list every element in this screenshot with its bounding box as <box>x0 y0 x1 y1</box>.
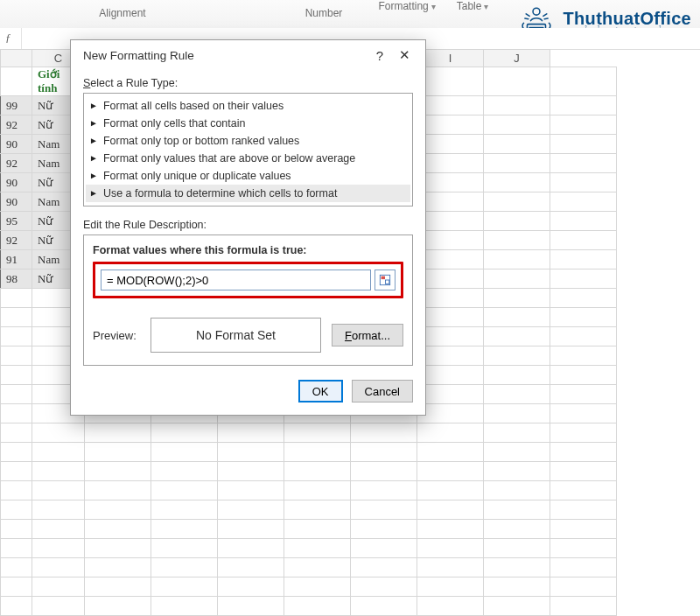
formula-bar-icon: ƒ <box>5 31 18 43</box>
formula-input-highlight <box>93 262 403 298</box>
watermark-brand: ThuthuatOffice <box>564 9 691 28</box>
chevron-down-icon: ▾ <box>429 2 436 11</box>
close-icon[interactable]: ✕ <box>392 47 416 63</box>
range-picker-icon <box>379 274 391 286</box>
table-row[interactable] <box>1 462 617 481</box>
edit-rule-description-label: Edit the Rule Description: <box>83 219 413 231</box>
rule-type-item[interactable]: ►Format only values that are above or be… <box>86 150 410 167</box>
cell[interactable]: 92 <box>1 231 32 250</box>
dialog-titlebar[interactable]: New Formatting Rule ? ✕ <box>71 40 425 70</box>
col-header[interactable]: I <box>417 50 484 67</box>
table-row[interactable] <box>1 481 617 500</box>
cell[interactable]: 95 <box>1 212 32 231</box>
bullet-icon: ► <box>89 136 98 145</box>
table-row[interactable] <box>1 520 617 539</box>
bullet-icon: ► <box>89 189 98 198</box>
select-rule-type-label: Select a Rule Type: <box>83 77 413 89</box>
rule-type-item[interactable]: ►Format only top or bottom ranked values <box>86 132 410 150</box>
bullet-icon: ► <box>89 172 98 180</box>
rule-type-item[interactable]: ►Format only cells that contain <box>86 115 410 132</box>
rule-type-label: Format only top or bottom ranked values <box>103 135 299 147</box>
formula-input[interactable] <box>101 270 371 290</box>
ok-button[interactable]: OK <box>298 380 343 402</box>
cell[interactable]: 90 <box>1 173 32 192</box>
dialog-title: New Formatting Rule <box>83 49 368 62</box>
rule-type-list[interactable]: ►Format all cells based on their values►… <box>83 93 413 206</box>
bullet-icon: ► <box>89 119 98 128</box>
rule-type-item[interactable]: ►Format only unique or duplicate values <box>86 167 410 185</box>
svg-rect-4 <box>385 280 388 284</box>
rule-type-label: Use a formula to determine which cells t… <box>103 187 337 200</box>
formula-header-label: Format values where this formula is true… <box>93 244 403 256</box>
table-row[interactable] <box>1 597 617 616</box>
ribbon-btn-table[interactable]: Table ▾ <box>446 0 499 13</box>
rule-type-label: Format only cells that contain <box>103 117 246 130</box>
ribbon-group-number: Number <box>271 7 376 19</box>
preview-label: Preview: <box>93 329 140 342</box>
cell[interactable]: 90 <box>1 135 32 154</box>
chevron-down-icon: ▾ <box>481 2 488 11</box>
ribbon-btn-formatting[interactable]: Formatting ▾ <box>368 0 446 13</box>
svg-rect-3 <box>382 276 385 280</box>
ribbon-group-alignment: Alignment <box>70 7 175 19</box>
table-row[interactable] <box>1 500 617 520</box>
range-picker-button[interactable] <box>374 270 396 290</box>
format-button[interactable]: Format... <box>332 324 403 346</box>
bullet-icon: ► <box>89 154 98 163</box>
cell[interactable]: 91 <box>1 250 32 270</box>
table-row[interactable] <box>1 424 617 443</box>
col-header-blank[interactable] <box>1 50 32 67</box>
ribbon-btn-formatting-label: Formatting <box>378 0 428 12</box>
rule-type-label: Format only unique or duplicate values <box>103 170 291 182</box>
table-row[interactable] <box>1 558 617 578</box>
rule-description-box: Format values where this formula is true… <box>83 234 413 366</box>
rule-type-item[interactable]: ►Format all cells based on their values <box>86 97 410 115</box>
help-icon[interactable]: ? <box>368 48 392 63</box>
cell[interactable]: 99 <box>1 96 32 116</box>
svg-point-0 <box>533 8 540 15</box>
rule-type-item[interactable]: ►Use a formula to determine which cells … <box>86 185 410 202</box>
cell[interactable]: 98 <box>1 270 32 289</box>
new-formatting-rule-dialog: New Formatting Rule ? ✕ Select a Rule Ty… <box>70 39 426 416</box>
cell[interactable]: 92 <box>1 116 32 135</box>
cancel-button[interactable]: Cancel <box>352 380 413 402</box>
col-header[interactable]: J <box>484 50 550 67</box>
rule-type-label: Format only values that are above or bel… <box>103 152 355 164</box>
table-row[interactable] <box>1 443 617 462</box>
table-row[interactable] <box>1 578 617 597</box>
cell[interactable]: 92 <box>1 154 32 173</box>
rule-type-label: Format all cells based on their values <box>103 100 284 112</box>
table-row[interactable] <box>1 539 617 558</box>
cell[interactable]: 90 <box>1 192 32 212</box>
bullet-icon: ► <box>89 102 98 110</box>
ribbon-btn-table-label: Table <box>457 0 482 12</box>
preview-box: No Format Set <box>150 318 321 353</box>
